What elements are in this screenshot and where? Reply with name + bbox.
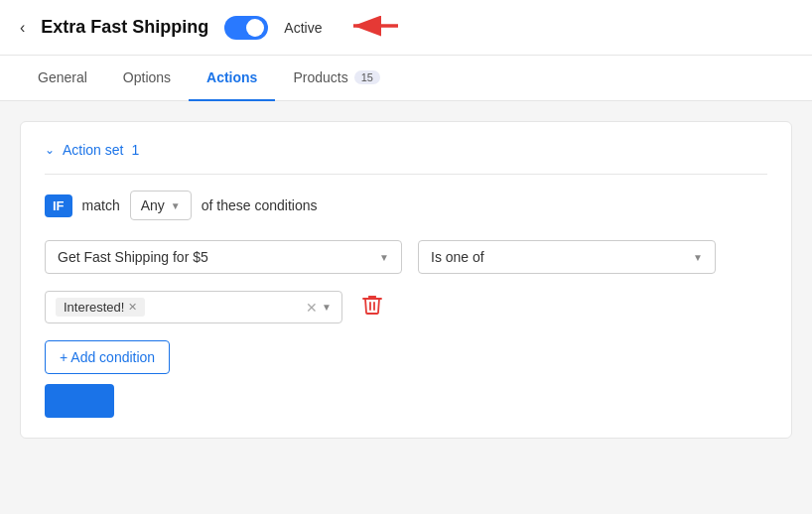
tag-row: Interested! ✕ ✕ ▼ xyxy=(45,290,767,324)
match-select[interactable]: Any ▼ xyxy=(130,191,192,220)
back-button[interactable]: ‹ xyxy=(20,19,25,37)
chevron-down-icon: ⌄ xyxy=(45,143,55,157)
page-title: Extra Fast Shipping xyxy=(41,17,208,38)
tab-actions[interactable]: Actions xyxy=(189,56,275,101)
tab-products[interactable]: Products 15 xyxy=(275,56,398,101)
arrow-indicator xyxy=(343,11,403,45)
tag-input-box[interactable]: Interested! ✕ ✕ ▼ xyxy=(45,291,342,323)
match-label: match xyxy=(82,197,120,213)
tag-remove-icon[interactable]: ✕ xyxy=(128,301,137,314)
add-condition-button[interactable]: + Add condition xyxy=(45,340,170,374)
match-value: Any xyxy=(141,197,165,213)
header: ‹ Extra Fast Shipping Active xyxy=(0,0,812,56)
action-set-number: 1 xyxy=(131,142,139,158)
products-badge: 15 xyxy=(354,70,380,84)
condition-field-caret-icon: ▼ xyxy=(379,252,389,263)
toggle-slider xyxy=(224,16,268,40)
of-these-conditions-text: of these conditions xyxy=(202,197,318,213)
if-row: IF match Any ▼ of these conditions xyxy=(45,191,767,220)
condition-row: Get Fast Shipping for $5 ▼ Is one of ▼ xyxy=(45,240,767,274)
condition-field-select[interactable]: Get Fast Shipping for $5 ▼ xyxy=(45,240,402,274)
tag-controls: ✕ ▼ xyxy=(306,300,332,316)
tag-label: Interested! xyxy=(64,300,124,315)
condition-operator-select[interactable]: Is one of ▼ xyxy=(418,240,716,274)
content-area: ⌄ Action set 1 IF match Any ▼ of these c… xyxy=(0,101,812,498)
delete-condition-icon[interactable] xyxy=(358,290,386,324)
condition-field-value: Get Fast Shipping for $5 xyxy=(58,249,208,265)
if-badge: IF xyxy=(45,194,72,217)
tag-item: Interested! ✕ xyxy=(56,298,145,317)
active-label: Active xyxy=(284,20,322,36)
tag-dropdown-icon[interactable]: ▼ xyxy=(322,302,332,313)
action-set-card: ⌄ Action set 1 IF match Any ▼ of these c… xyxy=(20,121,792,439)
tab-general[interactable]: General xyxy=(20,56,105,101)
tabs-bar: General Options Actions Products 15 xyxy=(0,56,812,101)
tab-options[interactable]: Options xyxy=(105,56,189,101)
tag-clear-icon[interactable]: ✕ xyxy=(306,300,318,316)
bottom-action-button[interactable] xyxy=(45,384,114,418)
action-set-label: Action set xyxy=(63,142,123,158)
action-set-header[interactable]: ⌄ Action set 1 xyxy=(45,142,767,158)
condition-operator-caret-icon: ▼ xyxy=(693,252,703,263)
match-caret-icon: ▼ xyxy=(171,200,181,211)
active-toggle[interactable] xyxy=(224,16,268,40)
divider xyxy=(45,174,767,175)
condition-operator-value: Is one of xyxy=(431,249,484,265)
